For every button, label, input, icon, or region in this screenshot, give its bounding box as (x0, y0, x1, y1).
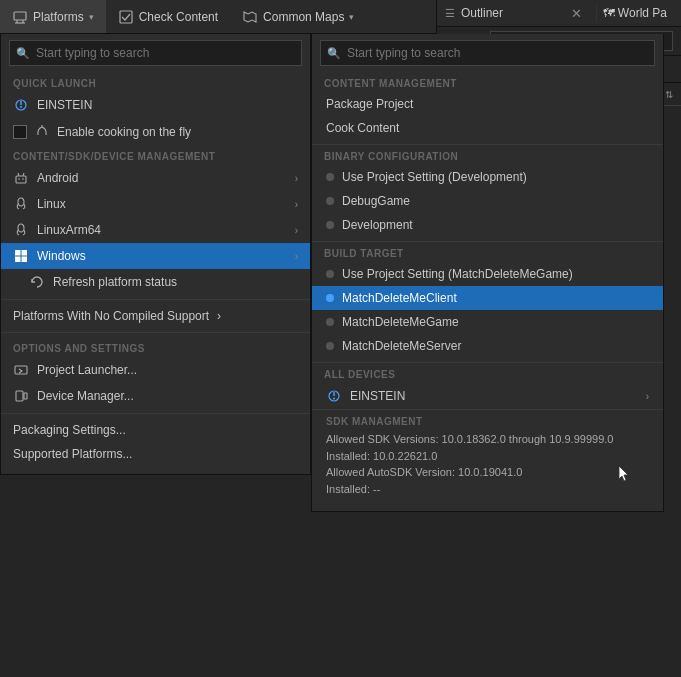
sdk-installed: Installed: 10.0.22621.0 (326, 448, 649, 465)
einstein-device-icon (326, 388, 342, 404)
content-search-box: 🔍 (320, 40, 655, 66)
refresh-status-label: Refresh platform status (53, 275, 298, 289)
world-pa-button[interactable]: 🗺 World Pa (596, 4, 673, 22)
debug-game-label: DebugGame (342, 194, 410, 208)
platforms-search-input[interactable] (9, 40, 302, 66)
einstein-expand-icon: › (646, 391, 649, 402)
content-search-input[interactable] (320, 40, 655, 66)
svg-point-15 (18, 198, 24, 206)
linux-item[interactable]: Linux › (1, 191, 310, 217)
match-game-label: MatchDeleteMeGame (342, 315, 459, 329)
linuxarm64-icon (13, 222, 29, 238)
einstein-item[interactable]: EINSTEIN (1, 92, 310, 118)
outliner-header: ☰ Outliner ✕ 🗺 World Pa (437, 0, 681, 27)
platforms-search-icon: 🔍 (16, 47, 30, 60)
packaging-settings-label: Packaging Settings... (13, 423, 298, 437)
linux-arrow: › (295, 199, 298, 210)
supported-platforms-label: Supported Platforms... (13, 447, 298, 461)
einstein-device-item[interactable]: EINSTEIN › (312, 383, 663, 409)
no-support-label: Platforms With No Compiled Support (13, 309, 209, 323)
use-project-match-radio (326, 270, 334, 278)
svg-rect-22 (16, 391, 23, 401)
sdk-mgmt-header: SDK MANAGMENT (326, 416, 649, 431)
outliner-panel-icon: ☰ (445, 7, 455, 20)
platforms-menu[interactable]: Platforms ▾ (0, 0, 106, 33)
svg-rect-18 (22, 250, 28, 256)
sdk-section: SDK MANAGMENT Allowed SDK Versions: 10.0… (312, 409, 663, 503)
windows-label: Windows (37, 249, 287, 263)
match-server-item[interactable]: MatchDeleteMeServer (312, 334, 663, 358)
sort-icon: ⇅ (665, 89, 673, 100)
enable-cooking-checkbox[interactable] (13, 125, 27, 139)
use-project-dev-radio (326, 173, 334, 181)
platforms-search-box: 🔍 (9, 40, 302, 66)
no-support-item[interactable]: Platforms With No Compiled Support › (1, 304, 310, 328)
common-maps-label: Common Maps (263, 10, 344, 24)
svg-rect-10 (16, 176, 26, 183)
package-project-item[interactable]: Package Project (312, 92, 663, 116)
android-item[interactable]: Android › (1, 165, 310, 191)
enable-cooking-label: Enable cooking on the fly (57, 125, 191, 139)
device-manager-label: Device Manager... (37, 389, 298, 403)
linuxarm64-item[interactable]: LinuxArm64 › (1, 217, 310, 243)
check-content-menu[interactable]: Check Content (106, 0, 230, 33)
use-project-dev-label: Use Project Setting (Development) (342, 170, 527, 184)
platforms-panel: 🔍 QUICK LAUNCH EINSTEIN Enable cooking o… (0, 34, 311, 475)
match-server-label: MatchDeleteMeServer (342, 339, 461, 353)
svg-rect-19 (15, 257, 21, 263)
project-launcher-item[interactable]: Project Launcher... (1, 357, 310, 383)
sdk-auto-installed: Installed: -- (326, 481, 649, 498)
packaging-settings-item[interactable]: Packaging Settings... (1, 418, 310, 442)
cook-content-item[interactable]: Cook Content (312, 116, 663, 140)
supported-platforms-item[interactable]: Supported Platforms... (1, 442, 310, 466)
windows-icon (13, 248, 29, 264)
divider-2 (1, 332, 310, 333)
android-arrow: › (295, 173, 298, 184)
use-project-match-item[interactable]: Use Project Setting (MatchDeleteMeGame) (312, 262, 663, 286)
project-launcher-label: Project Launcher... (37, 363, 298, 377)
windows-arrow: › (295, 251, 298, 262)
platforms-chevron: ▾ (89, 12, 94, 22)
svg-rect-20 (22, 257, 28, 263)
world-pa-label: World Pa (618, 6, 667, 20)
device-manager-item[interactable]: Device Manager... (1, 383, 310, 409)
svg-point-14 (22, 178, 24, 180)
content-sdk-header: CONTENT/SDK/DEVICE MANAGEMENT (1, 145, 310, 165)
content-mgmt-header: CONTENT MANAGEMENT (312, 72, 663, 92)
content-panel: 🔍 CONTENT MANAGEMENT Package Project Coo… (311, 34, 664, 512)
enable-cooking-item[interactable]: Enable cooking on the fly (1, 118, 310, 145)
cook-content-label: Cook Content (326, 121, 399, 135)
svg-rect-0 (14, 12, 26, 20)
quick-launch-header: QUICK LAUNCH (1, 72, 310, 92)
match-client-radio (326, 294, 334, 302)
development-item[interactable]: Development (312, 213, 663, 237)
windows-item[interactable]: Windows › (1, 243, 310, 269)
linux-label: Linux (37, 197, 287, 211)
common-maps-icon (242, 9, 258, 25)
divider-3 (1, 413, 310, 414)
development-radio (326, 221, 334, 229)
options-header: OPTIONS AND SETTINGS (1, 337, 310, 357)
debug-game-item[interactable]: DebugGame (312, 189, 663, 213)
package-project-label: Package Project (326, 97, 413, 111)
common-maps-menu[interactable]: Common Maps ▾ (230, 0, 366, 33)
all-devices-header: ALL DEVICES (312, 362, 663, 383)
use-project-dev-item[interactable]: Use Project Setting (Development) (312, 165, 663, 189)
einstein-label: EINSTEIN (37, 98, 298, 112)
svg-point-8 (20, 106, 22, 108)
check-content-label: Check Content (139, 10, 218, 24)
linuxarm64-arrow: › (295, 225, 298, 236)
content-search-icon: 🔍 (327, 47, 341, 60)
match-client-item[interactable]: MatchDeleteMeClient (312, 286, 663, 310)
refresh-status-item[interactable]: Refresh platform status (1, 269, 310, 295)
check-content-icon (118, 9, 134, 25)
build-target-header: BUILD TARGET (312, 241, 663, 262)
world-pa-icon: 🗺 (603, 6, 615, 20)
close-outliner-button[interactable]: ✕ (567, 6, 586, 21)
debug-game-radio (326, 197, 334, 205)
platforms-icon (12, 9, 28, 25)
enable-cooking-icon (35, 123, 49, 140)
einstein-icon (13, 97, 29, 113)
match-game-item[interactable]: MatchDeleteMeGame (312, 310, 663, 334)
linux-icon (13, 196, 29, 212)
